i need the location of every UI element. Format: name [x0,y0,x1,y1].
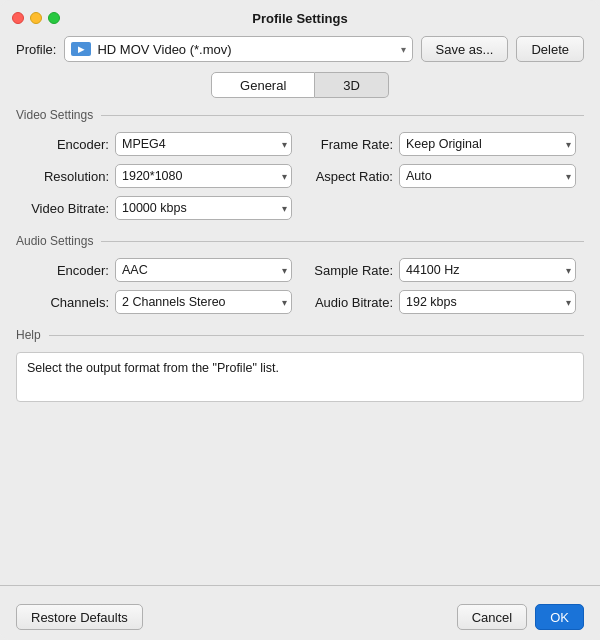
traffic-lights [12,12,60,24]
profile-icon: ▶ [71,42,91,56]
channels-label: Channels: [24,295,109,310]
window: Profile Settings Profile: ▶ HD MOV Video… [0,0,600,640]
window-title: Profile Settings [252,11,347,26]
audio-divider-line [101,241,584,242]
channels-field: Channels: 2 Channels Stereo [24,290,292,314]
audio-bitrate-field: Audio Bitrate: 192 kbps [308,290,576,314]
ok-button[interactable]: OK [535,604,584,630]
delete-button[interactable]: Delete [516,36,584,62]
audio-settings-grid: Encoder: AAC Sample Rate: 44100 Hz [16,258,584,314]
save-as-button[interactable]: Save as... [421,36,509,62]
audio-bitrate-select[interactable]: 192 kbps [399,290,576,314]
encoder-select-container: MPEG4 [115,132,292,156]
profile-dropdown-arrow: ▾ [401,44,406,55]
encoder-select[interactable]: MPEG4 [115,132,292,156]
audio-settings-label: Audio Settings [16,234,93,248]
tab-3d[interactable]: 3D [315,72,389,98]
video-settings-grid: Encoder: MPEG4 Frame Rate: Keep Original [16,132,584,220]
bottom-separator [0,585,600,586]
video-settings-section: Video Settings Encoder: MPEG4 Frame Rate… [16,108,584,220]
encoder-field: Encoder: MPEG4 [24,132,292,156]
frame-rate-select[interactable]: Keep Original [399,132,576,156]
video-bitrate-select-container: 10000 kbps [115,196,292,220]
aspect-ratio-select-container: Auto [399,164,576,188]
help-divider-line [49,335,584,336]
help-box: Select the output format from the "Profi… [16,352,584,402]
close-button[interactable] [12,12,24,24]
video-bitrate-select[interactable]: 10000 kbps [115,196,292,220]
audio-settings-divider: Audio Settings [16,234,584,248]
help-section: Help Select the output format from the "… [16,328,584,563]
title-bar: Profile Settings [0,0,600,36]
profile-select[interactable]: ▶ HD MOV Video (*.mov) ▾ [64,36,412,62]
sample-rate-field: Sample Rate: 44100 Hz [308,258,576,282]
audio-bitrate-label: Audio Bitrate: [308,295,393,310]
profile-label: Profile: [16,42,56,57]
encoder-label: Encoder: [24,137,109,152]
main-content: Profile: ▶ HD MOV Video (*.mov) ▾ Save a… [0,36,600,585]
sample-rate-select[interactable]: 44100 Hz [399,258,576,282]
video-settings-label: Video Settings [16,108,93,122]
resolution-select[interactable]: 1920*1080 [115,164,292,188]
audio-encoder-field: Encoder: AAC [24,258,292,282]
minimize-button[interactable] [30,12,42,24]
audio-bitrate-select-container: 192 kbps [399,290,576,314]
aspect-ratio-select[interactable]: Auto [399,164,576,188]
video-bitrate-label: Video Bitrate: [24,201,109,216]
video-bitrate-field: Video Bitrate: 10000 kbps [24,196,292,220]
sample-rate-label: Sample Rate: [308,263,393,278]
help-divider: Help [16,328,584,342]
video-divider-line [101,115,584,116]
audio-settings-section: Audio Settings Encoder: AAC Sample Rate: [16,234,584,314]
frame-rate-label: Frame Rate: [308,137,393,152]
resolution-select-container: 1920*1080 [115,164,292,188]
bottom-right-buttons: Cancel OK [457,604,584,630]
profile-selected-text: HD MOV Video (*.mov) [97,42,394,57]
maximize-button[interactable] [48,12,60,24]
aspect-ratio-label: Aspect Ratio: [308,169,393,184]
channels-select-container: 2 Channels Stereo [115,290,292,314]
channels-select[interactable]: 2 Channels Stereo [115,290,292,314]
tab-general[interactable]: General [211,72,315,98]
audio-encoder-select[interactable]: AAC [115,258,292,282]
aspect-ratio-field: Aspect Ratio: Auto [308,164,576,188]
profile-row: Profile: ▶ HD MOV Video (*.mov) ▾ Save a… [16,36,584,62]
help-label: Help [16,328,41,342]
cancel-button[interactable]: Cancel [457,604,527,630]
resolution-field: Resolution: 1920*1080 [24,164,292,188]
frame-rate-select-container: Keep Original [399,132,576,156]
resolution-label: Resolution: [24,169,109,184]
audio-encoder-label: Encoder: [24,263,109,278]
sample-rate-select-container: 44100 Hz [399,258,576,282]
tabs-row: General 3D [16,72,584,98]
help-text: Select the output format from the "Profi… [27,361,279,375]
bottom-bar: Restore Defaults Cancel OK [0,596,600,640]
video-settings-divider: Video Settings [16,108,584,122]
audio-encoder-select-container: AAC [115,258,292,282]
restore-defaults-button[interactable]: Restore Defaults [16,604,143,630]
frame-rate-field: Frame Rate: Keep Original [308,132,576,156]
